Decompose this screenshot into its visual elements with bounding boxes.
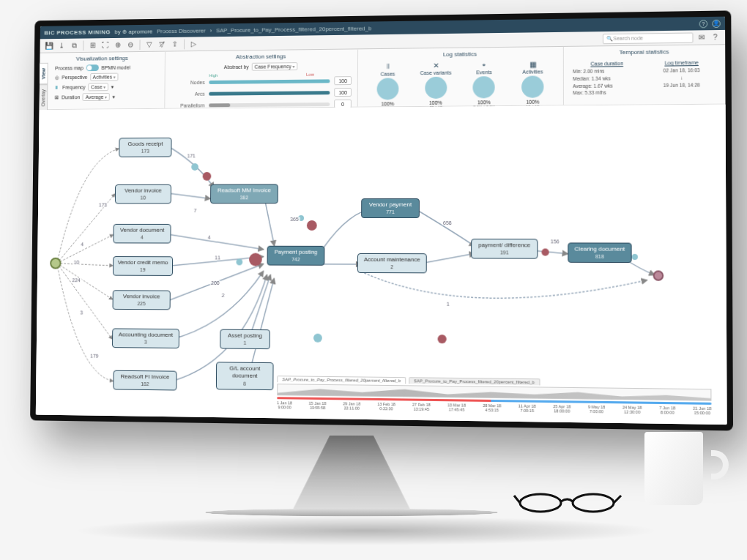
stat-events[interactable]: ⚬ Events 100% 7.5K / 7.5K xyxy=(460,59,508,103)
filter-icon[interactable]: ▽ xyxy=(144,40,155,50)
node-gl-account[interactable]: G/L account document8 xyxy=(216,362,274,390)
frequency-config-icon[interactable]: ▾ xyxy=(111,84,114,90)
node-vendor-invoice-1[interactable]: Vendor invoice10 xyxy=(115,184,171,204)
timeline-tick: 29 Jan 1822:11:00 xyxy=(343,401,360,410)
parallel-slider[interactable] xyxy=(209,102,330,107)
legend-dot-red xyxy=(438,335,447,343)
layout-icon[interactable]: ⊞ xyxy=(88,40,97,51)
variants-icon: ✕ xyxy=(412,61,460,70)
clear-filter-icon[interactable]: ▽̸ xyxy=(157,39,167,49)
nodes-value[interactable]: 100 xyxy=(334,76,352,85)
edge-label: 4 xyxy=(207,235,212,240)
legend-dot-teal xyxy=(313,334,322,343)
node-vendor-invoice-2[interactable]: Vendor invoice225 xyxy=(113,290,171,310)
tab-view[interactable]: View xyxy=(39,63,48,84)
node-readsoft-mm[interactable]: Readsoft MM Invoice382 xyxy=(210,184,278,204)
process-map-canvas[interactable]: Goods receipt173 Vendor invoice10 Readso… xyxy=(36,105,727,425)
duration-select[interactable]: Average xyxy=(83,93,110,101)
edge-label: 173 xyxy=(97,202,108,207)
node-vendor-credit-memo[interactable]: Vendor credit memo19 xyxy=(113,256,173,276)
arcs-value[interactable]: 100 xyxy=(334,88,352,97)
timeline-tab-2[interactable]: SAP_Procure_to_Pay_Process_filtered_20pe… xyxy=(409,377,540,385)
node-clearing-document[interactable]: Clearing document818 xyxy=(568,242,631,263)
edge-label: 365 xyxy=(289,217,300,222)
stat-activities[interactable]: ▦ Activities 100% 15 / 15 xyxy=(508,59,557,102)
timeline-tab-1[interactable]: SAP_Procure_to_Pay_Process_filtered_20pe… xyxy=(277,376,406,384)
export-icon[interactable]: ⤓ xyxy=(56,40,66,51)
user-icon[interactable]: 👤 xyxy=(712,19,720,27)
abstraction-settings-panel: Abstraction settings Abstract by Case Fr… xyxy=(165,49,358,108)
duration-config-icon[interactable]: ▾ xyxy=(113,94,116,100)
case-duration-col[interactable]: Case duration Min: 2.00 mins Median: 1.3… xyxy=(570,59,644,102)
timeline-tick: 13 Mar 1817:45:45 xyxy=(447,403,466,412)
search-input[interactable]: 🔍 Search node xyxy=(603,32,694,44)
brand-byline: by ⊕ apromore xyxy=(115,28,153,34)
zoom-in-icon[interactable]: ⊕ xyxy=(113,40,122,50)
node-account-maintenance[interactable]: Account maintenance2 xyxy=(357,253,427,274)
frequency-label: Frequency xyxy=(62,85,85,90)
edge-label: 156 xyxy=(549,239,561,244)
stat-variants[interactable]: ✕ Case variants 100% 48 / 48 xyxy=(412,60,460,103)
breadcrumb-file: SAP_Procure_to_Pay_Process_filtered_20pe… xyxy=(216,25,371,34)
timeline[interactable]: SAP_Procure_to_Pay_Process_filtered_20pe… xyxy=(277,376,712,418)
start-node[interactable] xyxy=(50,258,61,269)
abstract-by-select[interactable]: Case Frequency xyxy=(252,62,298,71)
edge-label: 658 xyxy=(442,220,453,225)
end-node[interactable] xyxy=(653,270,664,280)
edge-label: 3 xyxy=(79,310,85,316)
nodes-slider-label: Nodes xyxy=(171,80,204,85)
frequency-select[interactable]: Case xyxy=(88,83,108,91)
timeline-tick: 9 May 187:00:00 xyxy=(588,405,605,414)
log-stats-title: Log statistics xyxy=(358,50,563,59)
stat-cases[interactable]: ⫴ Cases 100% 842 / 842 xyxy=(364,60,412,103)
bpmn-model-label: BPMN model xyxy=(102,65,130,70)
node-payment-posting[interactable]: Payment posting742 xyxy=(267,246,325,266)
copy-icon[interactable]: ⧉ xyxy=(69,40,78,51)
timeline-tick: 25 Apr 1818:00:00 xyxy=(553,404,571,414)
breadcrumb-root[interactable]: Process Discoverer xyxy=(157,27,206,34)
edge-label: 1 xyxy=(445,302,451,307)
play-icon[interactable]: ▷ xyxy=(189,39,199,49)
timeline-tick: 27 Feb 1813:19:45 xyxy=(412,403,431,412)
save-icon[interactable]: 💾 xyxy=(44,40,53,51)
map-model-toggle[interactable] xyxy=(86,64,99,71)
mail-icon[interactable]: ✉ xyxy=(696,32,707,42)
help-toolbar-icon[interactable]: ? xyxy=(710,32,721,42)
vis-panel-title: Visualization settings xyxy=(45,55,159,63)
glasses-prop xyxy=(513,487,622,516)
activities-icon: ▦ xyxy=(508,60,557,69)
coffee-mug-prop xyxy=(644,432,714,509)
node-vendor-payment[interactable]: Vendor payment771 xyxy=(361,198,420,219)
search-placeholder: Search node xyxy=(613,35,643,41)
svg-point-0 xyxy=(520,494,561,512)
fit-icon[interactable]: ⛶ xyxy=(100,40,110,50)
zoom-out-icon[interactable]: ⊖ xyxy=(125,40,135,50)
perspective-label: Perspective xyxy=(62,75,87,80)
share-icon[interactable]: ⇪ xyxy=(170,39,180,49)
node-goods-receipt[interactable]: Goods receipt173 xyxy=(119,138,171,157)
events-pie-icon xyxy=(473,76,495,98)
node-accounting-document[interactable]: Accounting document3 xyxy=(112,328,179,348)
timeline-tick: 13 Feb 180:22:30 xyxy=(377,402,395,411)
node-readsoft-fi[interactable]: Readsoft FI Invoice182 xyxy=(113,370,176,391)
arcs-slider[interactable] xyxy=(209,91,330,95)
node-vendor-document[interactable]: Vendor document4 xyxy=(113,224,171,244)
perspective-select[interactable]: Activities xyxy=(90,73,119,81)
node-payment-difference[interactable]: payment/ difference191 xyxy=(471,239,538,259)
nodes-slider[interactable] xyxy=(209,79,330,84)
variants-pie-icon xyxy=(425,77,447,99)
timeline-tick: 15 Jan 1819:55:58 xyxy=(309,401,327,410)
timeline-tick: 21 Jun 1815:00:00 xyxy=(693,406,711,416)
temp-stats-title: Temporal statistics xyxy=(564,48,725,56)
tab-overlay[interactable]: Overlay xyxy=(39,84,48,111)
duration-icon: ⊠ xyxy=(55,94,59,100)
abstract-by-label: Abstract by xyxy=(224,64,249,70)
perspective-icon: ◎ xyxy=(55,75,59,81)
help-icon[interactable]: ? xyxy=(699,20,707,28)
arcs-slider-label: Arcs xyxy=(171,91,204,96)
cases-icon: ⫴ xyxy=(364,61,412,71)
log-timeframe-col[interactable]: Log timeframe 02 Jan 18, 16:03 ↓ 19 Jun … xyxy=(644,59,719,102)
temporal-statistics-panel: Temporal statistics Case duration Min: 2… xyxy=(564,45,726,105)
parallel-slider-label: Parallelism xyxy=(171,102,204,108)
node-asset-posting[interactable]: Asset posting1 xyxy=(220,329,270,350)
